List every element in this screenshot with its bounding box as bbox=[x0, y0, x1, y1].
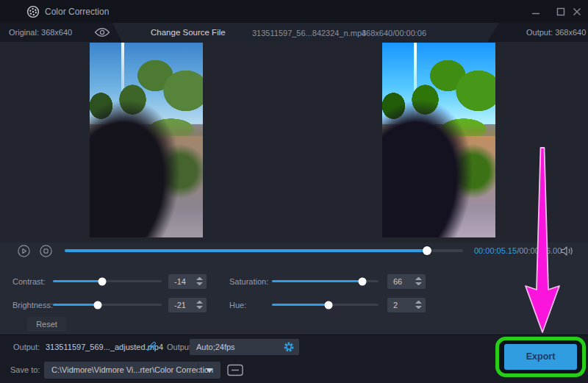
hue-fill bbox=[272, 304, 329, 306]
output-format-select[interactable]: Auto;24fps bbox=[190, 339, 299, 355]
saturation-slider-thumb[interactable] bbox=[359, 277, 367, 285]
brightness-slider[interactable] bbox=[53, 304, 162, 306]
seek-thumb[interactable] bbox=[423, 246, 431, 255]
color-correction-window: Color Correction Original: 368x640 bbox=[0, 0, 588, 383]
output-name-label: Output: bbox=[13, 343, 40, 351]
seek-slider[interactable] bbox=[65, 249, 463, 252]
brightness-label: Brightness: bbox=[12, 301, 53, 309]
hue-value-input[interactable]: 2 bbox=[387, 298, 426, 312]
original-preview-tab: Original: 368x640 bbox=[0, 23, 122, 42]
hue-slider-thumb[interactable] bbox=[324, 301, 332, 309]
title-bar: Color Correction bbox=[0, 0, 588, 23]
stop-button[interactable] bbox=[40, 245, 52, 257]
contrast-fill bbox=[53, 280, 102, 282]
saturation-fill bbox=[272, 280, 362, 282]
source-filename: 313511597_56...842324_n.mp4 bbox=[252, 29, 366, 37]
brightness-spin-down[interactable] bbox=[196, 306, 203, 309]
contrast-spin-down[interactable] bbox=[196, 282, 203, 285]
hue-spin-up[interactable] bbox=[415, 301, 422, 304]
top-bar: Original: 368x640 Change Source File 313… bbox=[0, 23, 588, 42]
contrast-spin-up[interactable] bbox=[196, 277, 203, 280]
saturation-label: Saturation: bbox=[229, 277, 268, 286]
output-resolution-label: Output: 368x640 bbox=[526, 28, 586, 37]
edit-filename-icon[interactable] bbox=[146, 341, 157, 353]
saturation-spin-up[interactable] bbox=[415, 277, 422, 280]
chevron-down-icon[interactable] bbox=[206, 368, 213, 373]
saturation-value-input[interactable]: 66 bbox=[387, 274, 426, 289]
corrected-video-scene bbox=[382, 43, 495, 237]
contrast-label: Contrast: bbox=[12, 277, 46, 286]
source-meta: 368x640/00:00:06 bbox=[362, 29, 426, 37]
time-display: 00:00:05.15/00:00:06.00 bbox=[474, 246, 562, 255]
current-time: 00:00:05.15 bbox=[474, 246, 517, 255]
contrast-slider[interactable] bbox=[53, 280, 162, 282]
dropdown-divider bbox=[198, 364, 198, 376]
reset-button[interactable]: Reset bbox=[27, 317, 66, 332]
brightness-value: -21 bbox=[174, 301, 186, 309]
volume-icon[interactable] bbox=[561, 246, 574, 257]
original-video-scene bbox=[90, 43, 203, 237]
contrast-value-input[interactable]: -14 bbox=[168, 274, 207, 289]
maximize-button[interactable] bbox=[553, 4, 569, 19]
original-video-preview bbox=[90, 43, 203, 237]
preview-stage bbox=[0, 42, 588, 243]
saturation-value: 66 bbox=[393, 277, 402, 286]
minimize-button[interactable] bbox=[528, 4, 544, 19]
window-title: Color Correction bbox=[45, 7, 109, 17]
export-highlight-annotation: Export bbox=[495, 337, 586, 377]
hue-spin-down[interactable] bbox=[415, 306, 422, 309]
brightness-fill bbox=[53, 304, 98, 306]
saturation-slider[interactable] bbox=[272, 280, 379, 282]
hue-slider[interactable] bbox=[272, 304, 379, 306]
brightness-spin-up[interactable] bbox=[196, 301, 203, 304]
brightness-slider-thumb[interactable] bbox=[93, 301, 101, 309]
corrected-video-preview bbox=[382, 43, 495, 237]
save-path-value: C:\Vidmore\Vidmore Vi...rter\Color Corre… bbox=[51, 365, 213, 374]
hue-value: 2 bbox=[393, 301, 398, 309]
hue-label: Hue: bbox=[229, 301, 246, 309]
play-button[interactable] bbox=[18, 245, 30, 257]
output-preview-tab: Output: 368x640 bbox=[487, 23, 588, 42]
output-format-value: Auto;24fps bbox=[196, 343, 235, 351]
close-button[interactable] bbox=[569, 4, 585, 19]
contrast-slider-thumb[interactable] bbox=[98, 277, 106, 285]
brightness-value-input[interactable]: -21 bbox=[168, 298, 207, 312]
original-resolution-label: Original: 368x640 bbox=[9, 28, 72, 37]
total-time: /00:00:06.00 bbox=[517, 246, 562, 255]
change-source-file-button[interactable]: Change Source File bbox=[151, 28, 226, 37]
format-settings-gear-icon[interactable] bbox=[283, 341, 295, 354]
app-icon bbox=[26, 5, 40, 20]
save-to-label: Save to: bbox=[10, 365, 40, 374]
eye-icon[interactable] bbox=[94, 27, 110, 39]
saturation-spin-down[interactable] bbox=[415, 282, 422, 285]
contrast-value: -14 bbox=[174, 277, 186, 286]
save-path-dropdown[interactable]: C:\Vidmore\Vidmore Vi...rter\Color Corre… bbox=[44, 362, 220, 379]
export-button[interactable]: Export bbox=[504, 344, 577, 370]
seek-fill bbox=[65, 249, 427, 252]
browse-folder-icon[interactable] bbox=[227, 364, 243, 378]
